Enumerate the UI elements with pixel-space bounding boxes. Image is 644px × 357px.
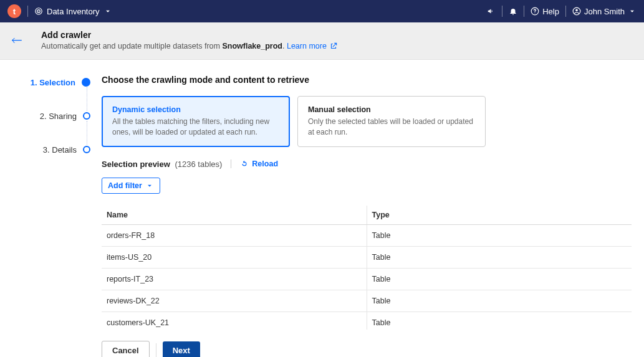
reload-icon	[240, 159, 249, 168]
table-row[interactable]: orders-FR_18Table	[102, 224, 632, 246]
user-menu[interactable]: John Smith	[572, 7, 637, 16]
page-header: 🡐 Add crawler Automatically get and upda…	[0, 22, 644, 60]
card-manual-selection[interactable]: Manual selection Only the selected table…	[297, 96, 486, 147]
divider	[231, 159, 231, 168]
step-dot-icon	[82, 78, 90, 87]
step-label: 1. Selection	[31, 78, 75, 87]
step-details[interactable]: 3. Details	[0, 142, 90, 157]
help-button[interactable]: Help	[531, 7, 559, 16]
svg-point-2	[38, 11, 39, 11]
chevron-down-icon	[103, 7, 112, 16]
chevron-down-icon	[628, 7, 637, 16]
table-row[interactable]: reviews-DK_22Table	[102, 290, 632, 312]
column-header-type[interactable]: Type	[367, 206, 632, 225]
cancel-button[interactable]: Cancel	[102, 341, 150, 357]
card-dynamic-selection[interactable]: Dynamic selection All the tables matchin…	[102, 96, 290, 147]
step-connector	[87, 87, 87, 111]
wizard-steps: 1. Selection 2. Sharing 3. Details	[0, 75, 102, 357]
divider	[27, 6, 28, 17]
preview-label: Selection preview (1236 tables)	[102, 159, 222, 169]
step-connector	[87, 121, 87, 145]
learn-more-link[interactable]: Learn more	[287, 42, 338, 50]
cell-name: orders-FR_18	[102, 224, 367, 246]
announcements-button[interactable]	[487, 7, 496, 16]
cell-type: Table	[367, 312, 632, 330]
add-filter-button[interactable]: Add filter	[102, 178, 160, 194]
user-name: John Smith	[584, 7, 625, 16]
cell-type: Table	[367, 246, 632, 268]
divider	[502, 6, 502, 17]
breadcrumb-label: Data Inventory	[47, 7, 100, 16]
help-label: Help	[542, 7, 559, 16]
section-title: Choose the crawling mode and content to …	[102, 75, 633, 85]
step-label: 2. Sharing	[40, 112, 77, 121]
step-label: 3. Details	[43, 145, 77, 155]
target-icon	[34, 7, 43, 16]
app-logo[interactable]: t	[7, 4, 21, 18]
table-row[interactable]: items-US_20Table	[102, 246, 632, 268]
breadcrumb[interactable]: Data Inventory	[34, 7, 112, 16]
svg-point-6	[575, 9, 578, 12]
help-icon	[531, 7, 539, 16]
cell-type: Table	[367, 224, 632, 246]
notifications-button[interactable]	[509, 7, 517, 16]
card-title: Dynamic selection	[112, 105, 279, 114]
topbar: t Data Inventory Help John Smith	[0, 0, 644, 22]
preview-table: Name Type orders-FR_18Tableitems-US_20Ta…	[102, 205, 633, 330]
page-subtitle: Automatically get and update multiple da…	[41, 42, 338, 50]
card-title: Manual selection	[308, 105, 475, 114]
megaphone-icon	[487, 7, 496, 16]
chevron-down-icon	[145, 181, 154, 190]
bell-icon	[509, 7, 517, 16]
divider	[565, 6, 566, 17]
cell-name: items-US_20	[102, 246, 367, 268]
reload-button[interactable]: Reload	[240, 159, 278, 168]
card-desc: Only the selected tables will be loaded …	[308, 117, 475, 138]
table-row[interactable]: customers-UK_21Table	[102, 312, 632, 330]
divider	[156, 343, 156, 357]
external-link-icon	[329, 42, 338, 50]
back-button[interactable]: 🡐	[11, 34, 22, 47]
page-title: Add crawler	[41, 30, 338, 40]
card-desc: All the tables matching the filters, inc…	[112, 117, 279, 138]
divider	[524, 6, 524, 17]
cell-type: Table	[367, 290, 632, 312]
cell-type: Table	[367, 268, 632, 290]
column-header-name[interactable]: Name	[102, 206, 367, 225]
connection-name: Snowflake_prod	[222, 42, 282, 50]
cell-name: reports-IT_23	[102, 268, 367, 290]
preview-count: (1236 tables)	[175, 159, 222, 169]
step-dot-icon	[83, 146, 90, 153]
cell-name: reviews-DK_22	[102, 290, 367, 312]
table-row[interactable]: reports-IT_23Table	[102, 268, 632, 290]
step-sharing[interactable]: 2. Sharing	[0, 108, 90, 123]
next-button[interactable]: Next	[163, 341, 200, 357]
user-icon	[572, 7, 581, 16]
step-selection[interactable]: 1. Selection	[0, 75, 90, 90]
cell-name: customers-UK_21	[102, 312, 367, 330]
step-dot-icon	[83, 112, 90, 120]
svg-point-4	[535, 12, 536, 13]
